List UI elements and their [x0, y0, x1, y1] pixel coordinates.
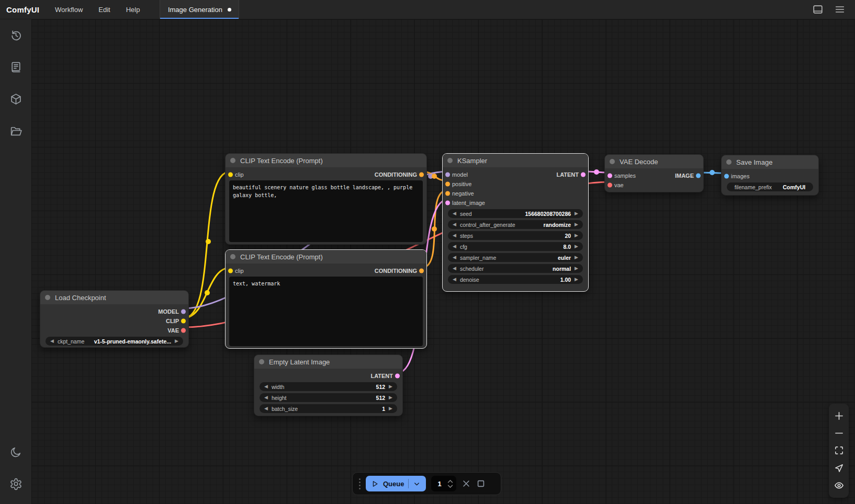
node-header[interactable]: VAE Decode — [605, 155, 703, 168]
node-ksampler[interactable]: KSampler LATENT model positive negative … — [442, 153, 589, 292]
node-graph-canvas[interactable]: Load Checkpoint MODEL CLIP VAE ◀ ckpt_na… — [31, 19, 855, 504]
conditioning-port[interactable] — [419, 173, 424, 177]
bottom-panel-icon[interactable] — [812, 4, 824, 15]
decrement-icon[interactable]: ◀ — [264, 384, 268, 389]
queue-options-chevron-icon[interactable] — [413, 480, 421, 488]
model-input-port[interactable] — [445, 173, 450, 177]
increment-icon[interactable]: ▶ — [575, 255, 578, 260]
increment-icon[interactable]: ▶ — [575, 244, 578, 249]
widget-denoise[interactable]: ◀ denoise 1.00 ▶ — [448, 275, 583, 284]
node-library-icon[interactable] — [9, 61, 22, 74]
widget-steps[interactable]: ◀ steps 20 ▶ — [448, 231, 583, 240]
conditioning-port[interactable] — [419, 269, 424, 273]
node-load-checkpoint[interactable]: Load Checkpoint MODEL CLIP VAE ◀ ckpt_na… — [40, 290, 189, 348]
clip-input-port[interactable] — [228, 269, 233, 273]
images-input-port[interactable] — [724, 174, 729, 179]
decrement-icon[interactable]: ◀ — [264, 406, 268, 411]
increment-icon[interactable]: ▶ — [389, 384, 392, 389]
collapse-dot[interactable] — [447, 158, 453, 163]
increment-icon[interactable]: ▶ — [575, 233, 578, 238]
collapse-dot[interactable] — [45, 295, 50, 300]
node-empty-latent-image[interactable]: Empty Latent Image LATENT ◀ width 512 ▶ … — [254, 354, 403, 416]
collapse-dot[interactable] — [610, 159, 615, 164]
widget-ckpt-name[interactable]: ◀ ckpt_name v1-5-pruned-emaonly.safete..… — [46, 337, 183, 346]
clip-port[interactable] — [181, 319, 186, 324]
widget-seed[interactable]: ◀ seed 156680208700286 ▶ — [448, 209, 583, 218]
increment-icon[interactable]: ▶ — [575, 266, 578, 271]
latent-image-input-port[interactable] — [445, 201, 450, 205]
widget-cfg[interactable]: ◀ cfg 8.0 ▶ — [448, 242, 583, 251]
toggle-link-visibility-eye-icon[interactable] — [834, 480, 844, 490]
widget-scheduler[interactable]: ◀ scheduler normal ▶ — [448, 264, 583, 273]
node-header[interactable]: CLIP Text Encode (Prompt) — [226, 154, 426, 167]
node-vae-decode[interactable]: VAE Decode samples IMAGE vae — [604, 154, 704, 192]
tab-image-generation[interactable]: Image Generation — [160, 0, 239, 19]
select-mode-cursor-icon[interactable] — [834, 463, 844, 473]
prev-value-icon[interactable]: ◀ — [50, 339, 54, 343]
prompt-textarea[interactable]: text, watermark — [229, 277, 423, 346]
collapse-dot[interactable] — [230, 254, 235, 259]
left-sidebar — [0, 19, 31, 504]
fit-view-icon[interactable] — [834, 445, 844, 455]
menu-workflow[interactable]: Workflow — [55, 6, 83, 14]
collapse-dot[interactable] — [259, 359, 264, 364]
vae-port[interactable] — [181, 328, 186, 333]
decrement-icon[interactable]: ◀ — [453, 233, 456, 238]
decrement-icon[interactable]: ◀ — [453, 211, 456, 216]
node-clip-text-encode-negative[interactable]: CLIP Text Encode (Prompt) clip CONDITION… — [225, 249, 427, 349]
hamburger-menu-icon[interactable] — [834, 4, 846, 15]
count-steppers[interactable] — [447, 479, 453, 488]
menu-edit[interactable]: Edit — [98, 6, 110, 14]
vae-input-port[interactable] — [608, 183, 612, 188]
node-header[interactable]: Load Checkpoint — [40, 291, 188, 304]
increment-icon[interactable]: ▶ — [575, 277, 578, 282]
zoom-out-icon[interactable] — [834, 428, 844, 438]
decrement-icon[interactable]: ◀ — [453, 244, 456, 249]
batch-count-input[interactable]: 1 — [431, 476, 456, 491]
node-clip-text-encode-positive[interactable]: CLIP Text Encode (Prompt) clip CONDITION… — [225, 153, 427, 245]
decrement-icon[interactable]: ◀ — [264, 395, 268, 400]
node-header[interactable]: Empty Latent Image — [254, 355, 402, 369]
node-header[interactable]: CLIP Text Encode (Prompt) — [226, 250, 426, 264]
increment-icon[interactable]: ▶ — [389, 406, 392, 411]
queue-button[interactable]: Queue — [366, 476, 426, 491]
clear-queue-icon[interactable] — [462, 479, 471, 488]
decrement-icon[interactable]: ◀ — [453, 266, 456, 271]
clip-input-port[interactable] — [228, 173, 233, 177]
widget-control-after-generate[interactable]: ◀ control_after_generate randomize ▶ — [448, 220, 583, 229]
drag-handle[interactable] — [359, 478, 361, 489]
theme-toggle-moon-icon[interactable] — [9, 445, 22, 459]
latent-port[interactable] — [395, 374, 400, 379]
increment-chevron-icon — [447, 479, 453, 483]
widget-height[interactable]: ◀ height 512 ▶ — [260, 393, 397, 402]
negative-input-port[interactable] — [445, 191, 450, 196]
widget-batch-size[interactable]: ◀ batch_size 1 ▶ — [260, 404, 397, 413]
queue-history-icon[interactable] — [9, 29, 22, 42]
image-port[interactable] — [696, 174, 701, 178]
increment-icon[interactable]: ▶ — [575, 211, 578, 216]
node-save-image[interactable]: Save Image images filename_prefix ComfyU… — [721, 155, 819, 196]
increment-icon[interactable]: ▶ — [389, 395, 392, 400]
node-header[interactable]: Save Image — [722, 155, 818, 169]
decrement-icon[interactable]: ◀ — [453, 277, 456, 282]
decrement-icon[interactable]: ◀ — [453, 222, 456, 227]
widget-sampler-name[interactable]: ◀ sampler_name euler ▶ — [448, 253, 583, 262]
samples-input-port[interactable] — [608, 174, 612, 178]
prompt-textarea[interactable]: beautiful scenery nature glass bottle la… — [229, 180, 423, 242]
workflows-folder-icon[interactable] — [9, 124, 22, 138]
next-value-icon[interactable]: ▶ — [175, 339, 178, 343]
menu-help[interactable]: Help — [126, 6, 140, 14]
model-library-icon[interactable] — [9, 93, 22, 106]
interrupt-stop-icon[interactable] — [476, 479, 486, 488]
widget-filename-prefix[interactable]: filename_prefix ComfyUI — [727, 182, 813, 191]
node-header[interactable]: KSampler — [443, 154, 588, 167]
widget-width[interactable]: ◀ width 512 ▶ — [260, 382, 397, 391]
model-port[interactable] — [181, 310, 186, 314]
zoom-in-icon[interactable] — [834, 411, 844, 421]
increment-icon[interactable]: ▶ — [575, 222, 578, 227]
decrement-icon[interactable]: ◀ — [453, 255, 456, 260]
collapse-dot[interactable] — [230, 158, 235, 163]
positive-input-port[interactable] — [445, 182, 450, 187]
settings-gear-icon[interactable] — [9, 477, 22, 490]
collapse-dot[interactable] — [726, 159, 732, 165]
